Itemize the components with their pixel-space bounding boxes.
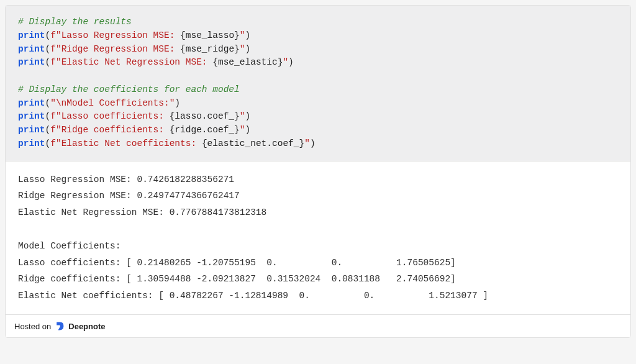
- string-end: ": [304, 139, 310, 148]
- brace: }: [234, 44, 240, 54]
- brace: {: [212, 57, 218, 67]
- string-end: ": [283, 57, 288, 67]
- print-fn: print: [18, 30, 45, 40]
- output-line: Model Coefficients:: [18, 241, 120, 251]
- brace: }: [234, 111, 240, 121]
- comment-line: # Display the coefficients for each mode…: [18, 84, 240, 94]
- brace: }: [299, 139, 305, 148]
- paren: (: [45, 98, 51, 108]
- output-line: Ridge coefficients: [ 1.30594488 -2.0921…: [18, 274, 456, 284]
- brace: }: [234, 125, 240, 135]
- string-text: Lasso Regression MSE:: [61, 30, 180, 40]
- print-fn: print: [18, 125, 45, 135]
- paren: ): [245, 125, 250, 135]
- fstring-prefix: f": [50, 125, 61, 135]
- brace: }: [234, 30, 240, 40]
- code-input-area[interactable]: # Display the results print(f"Lasso Regr…: [6, 6, 630, 162]
- var: elastic_net.coef_: [207, 139, 299, 148]
- paren: ): [245, 30, 251, 40]
- string-end: ": [240, 30, 245, 40]
- paren: ): [245, 111, 250, 121]
- var: mse_lasso: [186, 30, 234, 40]
- string-text: Lasso coefficients:: [61, 111, 170, 121]
- output-line: Elastic Net coefficients: [ 0.48782267 -…: [18, 291, 488, 301]
- output-line: Elastic Net Regression MSE: 0.7767884173…: [18, 207, 266, 217]
- print-fn: print: [18, 98, 45, 108]
- fstring-prefix: f": [50, 57, 61, 67]
- var: mse_elastic: [218, 57, 278, 67]
- string-text: Ridge Regression MSE:: [61, 44, 180, 54]
- brace: {: [180, 30, 186, 40]
- string-text: Elastic Net coefficients:: [61, 139, 202, 148]
- paren: ): [245, 44, 251, 54]
- print-fn: print: [18, 57, 45, 67]
- paren: (: [45, 57, 51, 67]
- string-literal: "\nModel Coefficients:": [50, 98, 175, 108]
- paren: (: [45, 44, 51, 54]
- output-line: Lasso Regression MSE: 0.7426182288356271: [18, 175, 234, 184]
- paren: (: [45, 111, 51, 121]
- fstring-prefix: f": [50, 139, 61, 148]
- print-fn: print: [18, 139, 45, 148]
- var: lasso.coef_: [175, 111, 234, 121]
- fstring-prefix: f": [50, 44, 61, 54]
- brace: {: [180, 44, 186, 54]
- output-line: Ridge Regression MSE: 0.2497477436676241…: [18, 191, 240, 201]
- var: ridge.coef_: [175, 125, 234, 135]
- output-area: Lasso Regression MSE: 0.7426182288356271…: [6, 162, 630, 315]
- notebook-cell: # Display the results print(f"Lasso Regr…: [5, 5, 631, 338]
- paren: (: [45, 139, 51, 148]
- paren: ): [175, 98, 180, 108]
- deepnote-brand: Deepnote: [68, 322, 105, 331]
- paren: (: [45, 30, 51, 40]
- brace: {: [202, 139, 207, 148]
- output-line: Lasso coefficients: [ 0.21480265 -1.2075…: [18, 258, 456, 268]
- hosted-label: Hosted on: [14, 322, 51, 331]
- print-fn: print: [18, 111, 45, 121]
- paren: (: [45, 125, 51, 135]
- string-text: Ridge coefficients:: [61, 125, 170, 135]
- fstring-prefix: f": [50, 30, 61, 40]
- comment-line: # Display the results: [18, 17, 132, 27]
- paren: ): [288, 57, 294, 67]
- string-text: Elastic Net Regression MSE:: [61, 57, 213, 67]
- paren: ): [310, 139, 316, 148]
- fstring-prefix: f": [50, 111, 61, 121]
- print-fn: print: [18, 44, 45, 54]
- hosted-footer[interactable]: Hosted on Deepnote: [6, 314, 630, 337]
- deepnote-logo-icon: [55, 321, 65, 331]
- var: mse_ridge: [186, 44, 234, 54]
- string-end: ": [240, 44, 245, 54]
